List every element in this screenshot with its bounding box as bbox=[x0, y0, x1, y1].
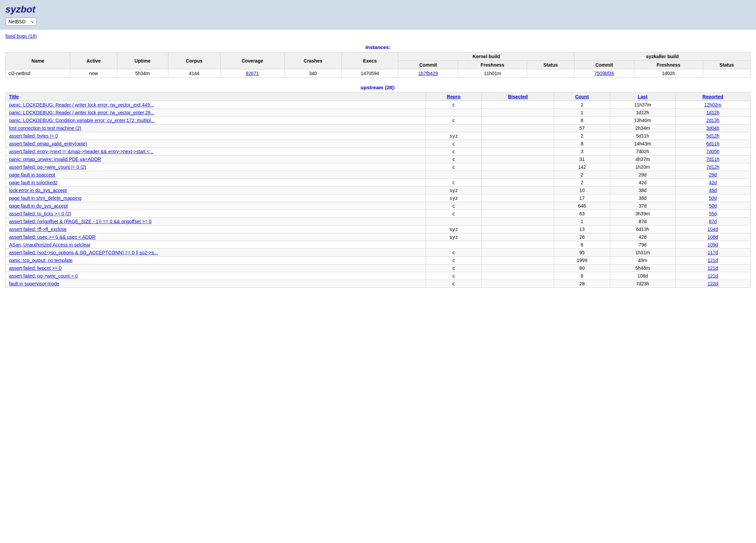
bug-reported[interactable]: 87d bbox=[675, 218, 750, 226]
bug-title[interactable]: lock error in do_sys_accept bbox=[6, 187, 426, 194]
bug-title[interactable]: assert failed: lwpcnt >= 0 bbox=[6, 264, 426, 272]
bug-reported[interactable]: 7d05h bbox=[675, 148, 750, 156]
instance-kernel-commit[interactable]: 1b7fb429 bbox=[398, 69, 458, 78]
bug-bisected bbox=[482, 202, 554, 210]
col-corpus: Corpus bbox=[168, 52, 220, 69]
col-uptime: Uptime bbox=[117, 52, 168, 69]
bug-reported[interactable]: 2d13h bbox=[675, 117, 750, 124]
table-row: lost connection to test machine (2) 57 2… bbox=[6, 124, 751, 132]
table-row: fault in supervisor mode c 28 7d23h 122d bbox=[6, 280, 751, 288]
bug-repro: c bbox=[426, 156, 482, 163]
bug-reported[interactable]: 109d bbox=[675, 241, 750, 249]
instance-name: ci2-netbsd bbox=[6, 69, 70, 78]
bug-title[interactable]: page fault in shm_delete_mapping bbox=[6, 194, 426, 202]
bug-reported[interactable]: 3d04h bbox=[675, 124, 750, 132]
bug-bisected bbox=[482, 187, 554, 194]
bug-repro: c bbox=[426, 148, 482, 156]
instance-coverage[interactable]: 82671 bbox=[220, 69, 284, 78]
bug-repro bbox=[426, 124, 482, 132]
bug-title[interactable]: assert failed: entry->next != &map->head… bbox=[6, 148, 426, 156]
bug-title[interactable]: panic: LOCKDEBUG: Reader / writer lock e… bbox=[6, 109, 426, 117]
bug-reported[interactable]: 108d bbox=[675, 233, 750, 241]
bug-bisected bbox=[482, 218, 554, 226]
bug-last: 1h20m bbox=[610, 163, 675, 171]
bug-reported[interactable]: 117d bbox=[675, 249, 750, 257]
bug-title[interactable]: assert failed: pg->wire_count > 0 bbox=[6, 272, 426, 280]
bug-repro bbox=[426, 218, 482, 226]
bug-title[interactable]: page fault in soaccept bbox=[6, 171, 426, 179]
bug-repro bbox=[426, 171, 482, 179]
bug-reported[interactable]: 50d bbox=[675, 202, 750, 210]
upstream-col-title: Title bbox=[6, 93, 426, 101]
col-crashes: Crashes bbox=[284, 52, 341, 69]
bug-title[interactable]: assert failed: (so2->so_options & SO_ACC… bbox=[6, 249, 426, 257]
bug-repro: syz bbox=[426, 132, 482, 140]
bug-count: 1999 bbox=[554, 257, 610, 264]
bug-last: 11h37m bbox=[610, 101, 675, 109]
bug-title[interactable]: fault in supervisor mode bbox=[6, 280, 426, 288]
bug-count: 2 bbox=[554, 101, 610, 109]
col-active: Active bbox=[70, 52, 117, 69]
bug-reported[interactable]: 55d bbox=[675, 210, 750, 218]
bug-count: 1 bbox=[554, 218, 610, 226]
bug-title[interactable]: assert failed: pg->wire_count != 0 (2) bbox=[6, 163, 426, 171]
bug-repro: c bbox=[426, 249, 482, 257]
bug-reported[interactable]: 12h02m bbox=[675, 101, 750, 109]
bug-title[interactable]: assert failed: !ff->ff_exclose bbox=[6, 226, 426, 233]
bug-reported[interactable]: 121d bbox=[675, 257, 750, 264]
bug-title[interactable]: panic: LOCKDEBUG: Condition variable err… bbox=[6, 117, 426, 124]
fixed-bugs-link[interactable]: fixed bugs (18) bbox=[5, 33, 37, 39]
bug-repro: syz bbox=[426, 233, 482, 241]
bug-reported[interactable]: 104d bbox=[675, 226, 750, 233]
upstream-col-bisected: Bisected bbox=[482, 93, 554, 101]
instance-syz-commit[interactable]: 7509bf36 bbox=[574, 69, 634, 78]
bug-title[interactable]: assert failed: to_ticks >= 0 (2) bbox=[6, 210, 426, 218]
bug-title[interactable]: lost connection to test machine (2) bbox=[6, 124, 426, 132]
table-row: assert failed: to_ticks >= 0 (2) c 63 3h… bbox=[6, 210, 751, 218]
table-row: panic: LOCKDEBUG: Condition variable err… bbox=[6, 117, 751, 124]
bug-last: 2h34m bbox=[610, 124, 675, 132]
bug-reported[interactable]: 42d bbox=[675, 179, 750, 187]
bug-title[interactable]: panic: tcp_output: no template bbox=[6, 257, 426, 264]
bug-last: 14h43m bbox=[610, 140, 675, 148]
bug-reported[interactable]: 122d bbox=[675, 280, 750, 288]
bug-last: 38d bbox=[610, 187, 675, 194]
instance-kernel-status bbox=[527, 69, 574, 78]
bug-bisected bbox=[482, 109, 554, 117]
table-row: page fault in do_sys_accept c 646 37d 50… bbox=[6, 202, 751, 210]
bug-title[interactable]: panic: pmap_unwire: invalid PDE va=ADDR bbox=[6, 156, 426, 163]
bug-repro: syz bbox=[426, 194, 482, 202]
instance-syz-status bbox=[703, 69, 750, 78]
bug-bisected bbox=[482, 249, 554, 257]
bug-title[interactable]: ASan: Unauthorized Access in selclear bbox=[6, 241, 426, 249]
bug-count: 95 bbox=[554, 249, 610, 257]
bug-title[interactable]: assert failed: (origoffset & (PAGE_SIZE … bbox=[6, 218, 426, 226]
bug-reported[interactable]: 7d12h bbox=[675, 163, 750, 171]
bug-reported[interactable]: 121d bbox=[675, 264, 750, 272]
bug-last: 38d bbox=[610, 194, 675, 202]
bug-repro: syz bbox=[426, 187, 482, 194]
instance-corpus: 4144 bbox=[168, 69, 220, 78]
bug-title[interactable]: assert failed: pmap_valid_entry(opte) bbox=[6, 140, 426, 148]
bug-title[interactable]: page fault in solocked2 bbox=[6, 179, 426, 187]
bug-title[interactable]: page fault in do_sys_accept bbox=[6, 202, 426, 210]
bug-title[interactable]: assert failed: bytes != 0 bbox=[6, 132, 426, 140]
os-selector-wrapper[interactable]: NetBSDLinuxAndroidFreeBSD bbox=[5, 18, 37, 26]
bug-reported[interactable]: 121d bbox=[675, 272, 750, 280]
col-kernel-status: Status bbox=[527, 61, 574, 69]
bug-reported[interactable]: 1d12h bbox=[675, 109, 750, 117]
os-selector[interactable]: NetBSDLinuxAndroidFreeBSD bbox=[5, 18, 37, 26]
bug-repro bbox=[426, 241, 482, 249]
main-content: fixed bugs (18) Instances: Name Active U… bbox=[0, 29, 756, 292]
bug-reported[interactable]: 5d12h bbox=[675, 132, 750, 140]
upstream-col-count: Count bbox=[554, 93, 610, 101]
col-syz-freshness: Freshness bbox=[634, 61, 703, 69]
bug-reported[interactable]: 6d11h bbox=[675, 140, 750, 148]
bug-reported[interactable]: 50d bbox=[675, 194, 750, 202]
bug-repro: c bbox=[426, 272, 482, 280]
bug-title[interactable]: panic: LOCKDEBUG: Reader / writer lock e… bbox=[6, 101, 426, 109]
bug-reported[interactable]: 7d11h bbox=[675, 156, 750, 163]
bug-reported[interactable]: 46d bbox=[675, 187, 750, 194]
bug-title[interactable]: assert failed: usec >= 0 && usec < ADDR bbox=[6, 233, 426, 241]
bug-reported[interactable]: 29d bbox=[675, 171, 750, 179]
